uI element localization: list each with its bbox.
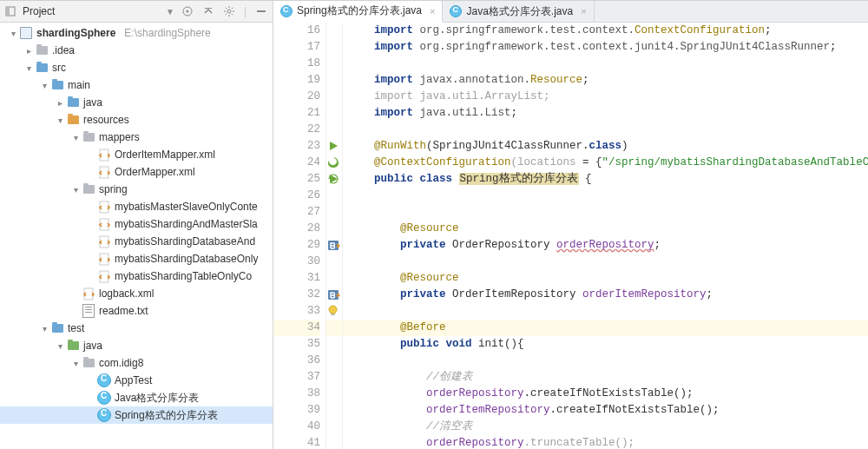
tree-node-label: java xyxy=(83,96,106,109)
xml-file-icon xyxy=(82,287,95,300)
java-class-icon xyxy=(450,5,462,17)
tree-node-label: AppTest xyxy=(115,374,155,386)
expand-caret-icon[interactable]: ▾ xyxy=(38,324,50,333)
tree-node[interactable]: ▾shardingSphereE:\shardingSphere xyxy=(0,24,273,42)
tree-node[interactable]: ▾spring xyxy=(0,181,273,198)
line-number: 37 xyxy=(273,369,320,386)
code-line[interactable]: //创建表 xyxy=(343,369,868,386)
code-line[interactable]: @ContextConfiguration(locations = {"/spr… xyxy=(343,155,868,171)
xml-file-icon xyxy=(97,217,111,231)
line-number: 16 xyxy=(273,23,320,39)
code-line[interactable]: import org.springframework.test.context.… xyxy=(343,23,868,39)
tree-node[interactable]: ▾com.idig8 xyxy=(0,354,273,372)
tree-node[interactable]: mybatisMasterSlaveOnlyConte xyxy=(0,198,273,215)
expand-caret-icon[interactable]: ▸ xyxy=(23,46,35,56)
code-line[interactable]: import java.util.List; xyxy=(343,105,868,122)
code-line[interactable]: @Before xyxy=(343,320,868,336)
tree-node[interactable]: Java格式分库分表 xyxy=(0,389,273,406)
close-icon[interactable]: × xyxy=(426,6,435,17)
lamp-gutter-icon[interactable] xyxy=(327,305,339,316)
tree-node[interactable]: logback.xml xyxy=(0,285,273,302)
expand-caret-icon[interactable]: ▾ xyxy=(69,133,82,142)
hide-icon[interactable] xyxy=(255,5,267,17)
tree-node[interactable]: AppTest xyxy=(0,372,273,389)
code-line[interactable]: private OrderItemRepository orderItemRep… xyxy=(343,287,868,303)
line-number: 25 xyxy=(273,171,320,188)
tree-node-label: java xyxy=(83,340,106,352)
java-class-icon xyxy=(97,408,111,422)
code-line[interactable]: @Resource xyxy=(343,221,868,237)
code-line[interactable]: @RunWith(SpringJUnit4ClassRunner.class) xyxy=(343,138,868,155)
target-icon[interactable] xyxy=(181,5,194,17)
tree-node[interactable]: ▾main xyxy=(0,76,273,94)
tree-node[interactable]: readme.txt xyxy=(0,302,273,320)
tree-node[interactable]: OrderMapper.xml xyxy=(0,163,273,181)
code-line[interactable] xyxy=(343,254,868,270)
tree-node[interactable]: mybatisShardingDatabaseOnly xyxy=(0,250,273,267)
code-line[interactable]: //清空表 xyxy=(343,419,868,435)
line-number: 27 xyxy=(273,204,320,221)
folder-icon xyxy=(66,96,80,109)
code-line[interactable]: orderRepository.createIfNotExistsTable()… xyxy=(343,386,868,402)
code-line[interactable] xyxy=(343,122,868,138)
expand-caret-icon[interactable]: ▾ xyxy=(54,116,66,125)
code-line[interactable]: orderItemRepository.createIfNotExistsTab… xyxy=(343,402,868,419)
tree-node-path: E:\shardingSphere xyxy=(119,27,210,39)
code-line[interactable] xyxy=(343,204,868,221)
expand-caret-icon[interactable]: ▾ xyxy=(7,29,19,38)
code-line[interactable]: import javax.annotation.Resource; xyxy=(343,72,868,89)
code-editor[interactable]: import org.springframework.test.context.… xyxy=(343,23,868,449)
bean-gutter-icon[interactable] xyxy=(327,288,340,301)
line-number: 30 xyxy=(273,254,320,270)
tree-node[interactable]: Spring格式的分库分表 xyxy=(0,406,273,424)
line-number: 32 xyxy=(273,287,320,303)
tree-node[interactable]: OrderItemMapper.xml xyxy=(0,146,273,163)
code-line[interactable]: private OrderRepository orderRepository; xyxy=(343,237,868,254)
run-gutter-icon[interactable] xyxy=(327,140,339,152)
collapse-all-icon[interactable] xyxy=(202,5,214,17)
gear-icon[interactable] xyxy=(223,5,235,17)
tree-node[interactable]: ▾src xyxy=(0,59,273,76)
spring-gutter-icon[interactable] xyxy=(327,156,339,168)
tree-node[interactable]: ▾test xyxy=(0,320,273,337)
tree-node[interactable]: ▾java xyxy=(0,337,273,354)
code-line[interactable]: orderRepository.truncateTable(); xyxy=(343,435,868,449)
bean-gutter-icon[interactable] xyxy=(327,239,340,252)
code-line[interactable]: public class Spring格式的分库分表 { xyxy=(343,171,868,188)
code-line[interactable]: public void init(){ xyxy=(343,336,868,353)
code-line[interactable]: import org.springframework.test.context.… xyxy=(343,39,868,56)
tree-node[interactable]: mybatisShardingDatabaseAnd xyxy=(0,233,273,250)
code-line[interactable] xyxy=(343,353,868,369)
code-line[interactable] xyxy=(343,56,868,72)
expand-caret-icon[interactable]: ▸ xyxy=(54,98,66,108)
editor-tab[interactable]: Java格式分库分表.java× xyxy=(443,1,594,22)
tree-node[interactable]: ▾resources xyxy=(0,111,273,129)
rerun-gutter-icon[interactable] xyxy=(327,173,339,185)
project-view-dropdown[interactable]: ▼ xyxy=(166,7,178,17)
tree-node-label: mappers xyxy=(99,131,143,143)
tree-node[interactable]: mybatisShardingTableOnlyCo xyxy=(0,267,273,285)
xml-file-icon xyxy=(97,165,111,179)
editor-tab[interactable]: Spring格式的分库分表.java× xyxy=(273,1,443,23)
folder-icon xyxy=(35,43,49,57)
expand-caret-icon[interactable]: ▾ xyxy=(54,341,66,351)
expand-caret-icon[interactable]: ▾ xyxy=(23,63,35,73)
folder-icon xyxy=(35,61,49,75)
project-tree[interactable]: ▾shardingSphereE:\shardingSphere▸.idea▾s… xyxy=(0,23,273,449)
tree-node[interactable]: mybatisShardingAndMasterSla xyxy=(0,215,273,233)
line-number: 33 xyxy=(273,303,320,320)
close-icon[interactable]: × xyxy=(577,6,586,17)
project-title[interactable]: Project xyxy=(21,5,162,17)
module-icon xyxy=(19,26,33,40)
expand-caret-icon[interactable]: ▾ xyxy=(69,185,82,195)
tree-node[interactable]: ▸.idea xyxy=(0,42,273,59)
folder-icon xyxy=(66,113,80,127)
expand-caret-icon[interactable]: ▾ xyxy=(38,81,50,90)
code-line[interactable] xyxy=(343,188,868,204)
code-line[interactable]: @Resource xyxy=(343,270,868,287)
tree-node[interactable]: ▾mappers xyxy=(0,129,273,146)
tree-node[interactable]: ▸java xyxy=(0,94,273,111)
code-line[interactable] xyxy=(343,303,868,320)
code-line[interactable]: import java.util.ArrayList; xyxy=(343,89,868,105)
expand-caret-icon[interactable]: ▾ xyxy=(69,359,82,368)
